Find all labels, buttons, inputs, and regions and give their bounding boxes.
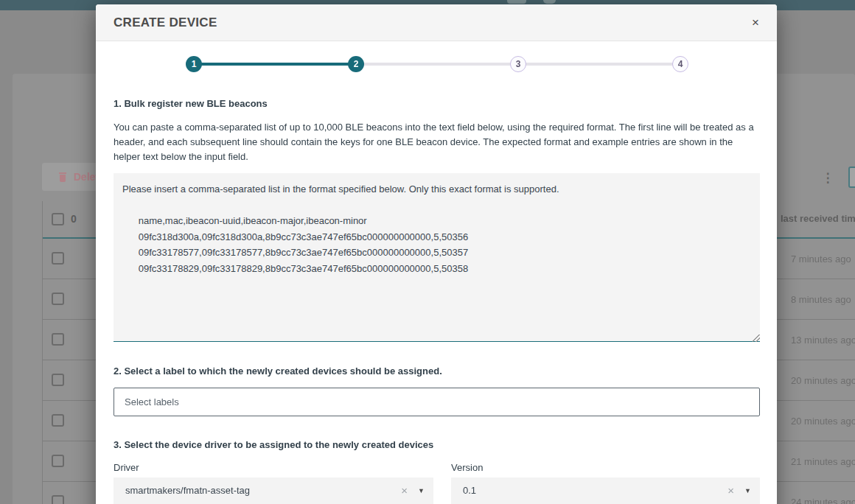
row-checkbox[interactable] xyxy=(52,333,64,346)
stepper-step-4[interactable]: 4 xyxy=(672,56,688,72)
close-icon[interactable]: × xyxy=(752,16,759,29)
row-checkbox[interactable] xyxy=(52,374,64,386)
version-label: Version xyxy=(451,462,483,473)
column-header-last-received[interactable]: last received time xyxy=(781,213,855,224)
last-received-cell: 8 minutes ago xyxy=(791,294,851,305)
modal-title: CREATE DEVICE xyxy=(114,15,217,30)
version-select-value: 0.1 xyxy=(463,485,720,496)
stepper-connector-2-3 xyxy=(356,63,518,66)
row-checkbox[interactable] xyxy=(52,414,64,427)
stepper-step-3[interactable]: 3 xyxy=(510,56,526,72)
section2-heading: 2. Select a label to which the newly cre… xyxy=(114,365,442,377)
stepper-step-1[interactable]: 1 xyxy=(186,56,202,72)
stepper-step-2[interactable]: 2 xyxy=(348,56,364,72)
clear-icon[interactable]: × xyxy=(394,484,415,497)
stepper-connector-3-4 xyxy=(518,63,680,66)
select-all-checkbox[interactable] xyxy=(52,213,64,225)
row-checkbox[interactable] xyxy=(52,252,64,265)
section3-heading: 3. Select the device driver to be assign… xyxy=(114,439,433,450)
last-received-cell: 24 minutes ago xyxy=(791,497,855,504)
search-input[interactable]: Search xyxy=(848,167,855,188)
driver-select-value: smartmakers/fmatn-asset-tag xyxy=(125,485,394,496)
section1-description: You can paste a comma-separated list of … xyxy=(114,120,760,164)
kebab-icon: ⋮ xyxy=(822,170,834,186)
last-received-cell: 7 minutes ago xyxy=(791,253,851,265)
select-labels-input[interactable] xyxy=(114,388,760,416)
last-received-cell: 13 minutes ago xyxy=(791,335,855,346)
driver-label: Driver xyxy=(114,462,139,473)
trash-icon xyxy=(58,172,67,182)
chevron-down-icon[interactable]: ▼ xyxy=(741,487,751,494)
last-received-cell: 20 minutes ago xyxy=(791,416,855,427)
create-device-modal: CREATE DEVICE × 1 2 3 4 1. Bulk register… xyxy=(96,4,777,504)
kebab-menu-button[interactable]: ⋮ xyxy=(817,167,838,188)
modal-header: CREATE DEVICE × xyxy=(96,4,777,41)
version-select[interactable]: 0.1 × ▼ xyxy=(451,477,760,504)
row-checkbox[interactable] xyxy=(52,495,64,504)
driver-select[interactable]: smartmakers/fmatn-asset-tag × ▼ xyxy=(114,477,433,504)
row-checkbox[interactable] xyxy=(52,455,64,467)
section1-heading: 1. Bulk register new BLE beacons xyxy=(114,98,268,109)
row-checkbox[interactable] xyxy=(52,293,64,305)
navbar-clipped-icon xyxy=(507,0,526,4)
navbar-clipped-icon xyxy=(543,0,556,4)
chevron-down-icon[interactable]: ▼ xyxy=(415,487,425,494)
stepper-connector-1-2 xyxy=(194,63,356,66)
screen: Delete devices ⋮ Search 0 last received … xyxy=(0,0,855,504)
selected-count: 0 xyxy=(71,213,77,225)
bulk-register-textarea[interactable]: Please insert a comma-separated list in … xyxy=(114,173,760,342)
clear-icon[interactable]: × xyxy=(720,484,741,497)
last-received-cell: 21 minutes ago xyxy=(791,456,855,467)
last-received-cell: 20 minutes ago xyxy=(791,375,855,386)
